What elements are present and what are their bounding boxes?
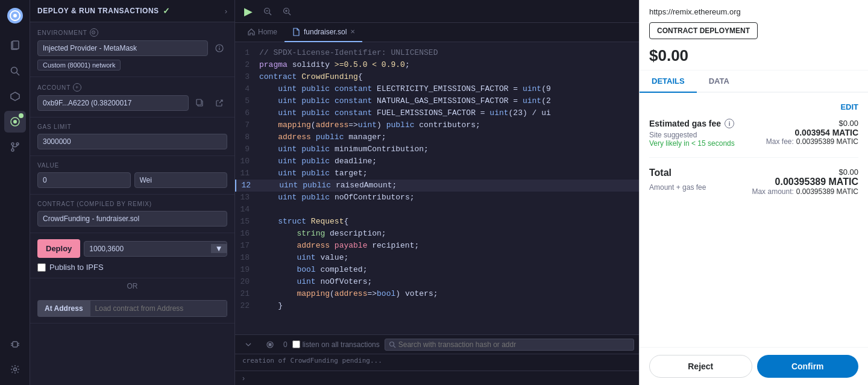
zoom-in-btn[interactable] [278, 3, 295, 20]
listen-checkbox[interactable] [292, 340, 300, 348]
mm-gas-right-col: $0.00 0.003954 MATIC Max fee: 0.00395389… [766, 119, 858, 146]
deploy-row: Deploy ▼ [37, 239, 227, 258]
environment-info-icon[interactable]: ⚙ [90, 28, 98, 37]
collapse-btn[interactable] [240, 336, 257, 353]
code-line: 13 uint public noOfContributors; [235, 192, 639, 204]
editor-toolbar: ▶ [235, 0, 639, 23]
mm-edit-link[interactable]: EDIT [649, 102, 858, 111]
code-line: 9 uint public minimumContribution; [235, 143, 639, 155]
mm-confirm-btn[interactable]: Confirm [757, 355, 859, 378]
account-select[interactable]: 0xb9F...A6220 (0.38200017 [37, 95, 189, 111]
svg-point-5 [11, 67, 17, 74]
deploy-button[interactable]: Deploy [37, 239, 80, 258]
svg-point-21 [219, 46, 220, 47]
network-badge: Custom (80001) network [37, 60, 121, 70]
svg-point-9 [13, 120, 17, 124]
icon-bar [0, 0, 30, 385]
svg-rect-23 [197, 99, 201, 105]
code-line: 11 uint public target; [235, 167, 639, 180]
mm-max-amount-val: 0.00395389 MATIC [796, 187, 858, 196]
status-bar: 0 listen on all transactions [235, 334, 639, 354]
terminal-area: creation of CrowdFunding pending... [235, 354, 639, 371]
code-line: 21 mapping(address=>bool) voters; [235, 288, 639, 300]
expand-icon[interactable]: › [225, 7, 227, 16]
mm-url: https://remix.ethereum.org [649, 7, 858, 16]
code-line: 17 address payable recipient; [235, 240, 639, 252]
code-line: 6 uint public constant FUEL_EMISSIONS_FA… [235, 107, 639, 119]
plugin-icon[interactable] [4, 86, 26, 107]
environment-info-btn[interactable] [212, 40, 227, 56]
mm-amount: $0.00 [649, 46, 858, 65]
mm-total-matic: 0.00395389 MATIC [752, 177, 858, 187]
tab-close-icon[interactable]: ✕ [350, 28, 355, 35]
code-line: 15 struct Request{ [235, 216, 639, 228]
account-section: ACCOUNT + 0xb9F...A6220 (0.38200017 [30, 77, 234, 117]
at-address-input[interactable] [90, 300, 227, 317]
code-line: 1 // SPDX-License-Identifier: UNLICENSED [235, 47, 639, 59]
mm-suggested-label: Site suggested [649, 131, 735, 139]
expand-bar: › [235, 371, 639, 385]
tx-search-input[interactable] [398, 340, 630, 349]
editor-area: ▶ Home [235, 0, 639, 385]
value-input[interactable] [37, 172, 131, 188]
tab-bar: Home fundraiser.sol ✕ [235, 23, 639, 42]
mm-gas-row: Estimated gas fee i Site suggested Very … [649, 119, 858, 148]
account-info-icon[interactable]: + [73, 83, 81, 92]
svg-point-12 [11, 149, 14, 151]
code-line: 5 uint public constant NATURAL_GAS_EMISS… [235, 95, 639, 107]
stop-btn[interactable] [262, 336, 278, 353]
deploy-args-input[interactable] [84, 242, 211, 256]
environment-select-row: Injected Provider - MetaMask [37, 40, 227, 56]
mm-tab-details[interactable]: DETAILS [640, 70, 697, 93]
gas-limit-input[interactable] [37, 134, 227, 149]
at-address-button[interactable]: At Address [37, 300, 90, 317]
mm-footer: Reject Confirm [640, 347, 868, 385]
svg-marker-7 [11, 92, 19, 101]
mm-tab-data[interactable]: DATA [697, 70, 741, 93]
value-unit-select[interactable]: Wei [134, 172, 228, 188]
svg-line-25 [269, 13, 272, 15]
mm-gas-info-icon[interactable]: i [725, 119, 734, 128]
environment-select[interactable]: Injected Provider - MetaMask [37, 40, 208, 56]
mm-max-fee-value: 0.00395389 MATIC [796, 137, 858, 146]
external-link-btn[interactable] [212, 95, 227, 111]
files-icon[interactable] [4, 35, 26, 57]
zoom-out-btn[interactable] [259, 3, 276, 20]
mm-reject-btn[interactable]: Reject [649, 355, 752, 378]
contract-select[interactable]: CrowdFunding - fundraiser.sol [37, 211, 227, 227]
tx-count: 0 [283, 340, 288, 349]
search-bar [385, 339, 634, 351]
svg-point-18 [13, 368, 16, 371]
code-line: 20 uint noOfVoters; [235, 276, 639, 288]
mm-gas-usd: $0.00 [766, 119, 858, 128]
code-area[interactable]: 1 // SPDX-License-Identifier: UNLICENSED… [235, 42, 639, 334]
contract-label: CONTRACT (Compiled by Remix) [37, 201, 227, 207]
publish-ipfs-checkbox[interactable] [37, 263, 46, 272]
settings-icon[interactable] [4, 358, 26, 380]
mm-body: EDIT Estimated gas fee i Site suggested … [640, 93, 868, 347]
code-line: 19 bool completed; [235, 264, 639, 276]
code-line: 22 } [235, 300, 639, 312]
value-section: VALUE Wei [30, 156, 234, 195]
deploy-panel: DEPLOY & RUN TRANSACTIONS ✓ › ENVIRONMEN… [30, 0, 235, 385]
code-line: 16 string description; [235, 228, 639, 240]
tab-home[interactable]: Home [240, 23, 285, 42]
deploy-panel-icon[interactable] [4, 111, 26, 133]
mm-max-fee-row: Max fee: 0.00395389 MATIC [766, 137, 858, 146]
copy-address-btn[interactable] [192, 95, 208, 111]
publish-row: Publish to IPFS [37, 263, 227, 272]
listen-transactions-row: listen on all transactions [292, 340, 380, 349]
logo-icon [4, 5, 26, 27]
deploy-chevron-btn[interactable]: ▼ [211, 244, 227, 253]
code-line: 18 uint value; [235, 252, 639, 264]
svg-point-33 [389, 342, 394, 346]
tab-fundraiser[interactable]: fundraiser.sol ✕ [285, 23, 362, 42]
mm-total-usd: $0.00 [752, 167, 858, 177]
mm-gas-matic: 0.003954 MATIC [766, 128, 858, 137]
contract-deployment-btn[interactable]: CONTRACT DEPLOYMENT [649, 22, 758, 39]
run-button[interactable]: ▶ [240, 3, 257, 20]
expand-arrow[interactable]: › [242, 374, 245, 383]
search-panel-icon[interactable] [4, 60, 26, 82]
git-icon[interactable] [4, 136, 26, 158]
debug-icon[interactable] [4, 333, 26, 355]
